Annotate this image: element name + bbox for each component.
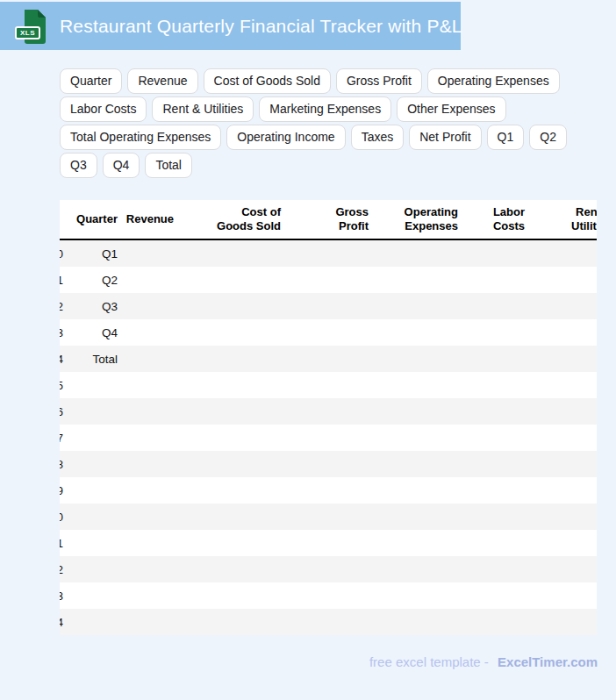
table-row: 9	[60, 477, 597, 504]
row-number: 3	[60, 319, 65, 346]
column-header-labor-costs: LaborCosts	[470, 200, 537, 239]
table-row: 12	[60, 556, 597, 582]
spreadsheet-preview: Quarter Revenue Cost ofGoods Sold GrossP…	[60, 200, 597, 635]
tag-revenue[interactable]: Revenue	[127, 68, 197, 94]
table-row: 14	[60, 609, 597, 635]
column-header-rent-utilities: Rent &Utilities	[537, 200, 597, 239]
row-number: 2	[60, 293, 65, 319]
row-number: 10	[60, 504, 65, 530]
footer-brand-link[interactable]: ExcelTimer.com	[498, 654, 598, 669]
quarter-cell	[65, 504, 125, 530]
row-number: 4	[60, 346, 65, 372]
row-number: 1	[60, 267, 65, 293]
quarter-cell	[65, 477, 125, 504]
tag-cost-of-goods-sold[interactable]: Cost of Goods Sold	[204, 68, 331, 94]
row-number: 9	[60, 477, 65, 504]
tag-q1[interactable]: Q1	[487, 125, 525, 150]
xls-badge: XLS	[15, 26, 40, 39]
quarter-cell: Q1	[65, 239, 125, 267]
footer: free excel template - ExcelTimer.com	[369, 654, 598, 669]
quarter-cell: Q3	[65, 293, 125, 319]
column-header-quarter: Quarter	[65, 200, 125, 239]
footer-label: free excel template -	[369, 654, 489, 669]
tag-total-operating-expenses[interactable]: Total Operating Expenses	[60, 125, 221, 150]
tag-net-profit[interactable]: Net Profit	[409, 125, 481, 150]
quarter-cell: Total	[65, 346, 125, 372]
tag-gross-profit[interactable]: Gross Profit	[336, 68, 422, 94]
quarter-cell	[65, 451, 125, 477]
tag-total[interactable]: Total	[145, 153, 192, 178]
table-row: 10	[60, 504, 597, 530]
table-row: 5	[60, 372, 597, 398]
quarter-cell	[65, 398, 125, 425]
table-row: 1 Q2	[60, 267, 597, 293]
quarter-cell	[65, 582, 125, 609]
title-bar: XLS Restaurant Quarterly Financial Track…	[0, 2, 461, 50]
tag-other-expenses[interactable]: Other Expenses	[397, 96, 505, 122]
row-number: 12	[60, 556, 65, 582]
tag-q3[interactable]: Q3	[60, 153, 97, 178]
quarter-cell	[65, 609, 125, 635]
column-header-operating-expenses: OperatingExpenses	[381, 200, 470, 239]
row-number: 7	[60, 425, 65, 451]
table-row: 11	[60, 530, 597, 556]
quarter-cell	[65, 556, 125, 582]
table-row: 8	[60, 451, 597, 477]
row-number: 13	[60, 582, 65, 609]
row-number: 8	[60, 451, 65, 477]
table-row: 2 Q3	[60, 293, 597, 319]
table-row: 3 Q4	[60, 319, 597, 346]
row-number: 6	[60, 398, 65, 425]
table-row: 13	[60, 582, 597, 609]
quarter-cell: Q2	[65, 267, 125, 293]
tag-q4[interactable]: Q4	[103, 153, 140, 178]
page: XLS Restaurant Quarterly Financial Track…	[0, 0, 616, 700]
tag-operating-income[interactable]: Operating Income	[226, 125, 345, 150]
xls-file-icon: XLS	[21, 8, 47, 45]
tag-taxes[interactable]: Taxes	[351, 125, 405, 150]
table-header-row: Quarter Revenue Cost ofGoods Sold GrossP…	[60, 200, 597, 239]
table-row: 4 Total	[60, 346, 597, 372]
column-header-revenue: Revenue	[125, 200, 181, 239]
financial-table: Quarter Revenue Cost ofGoods Sold GrossP…	[60, 200, 597, 635]
row-number: 14	[60, 609, 65, 635]
quarter-cell	[65, 372, 125, 398]
quarter-cell	[65, 425, 125, 451]
row-number: 11	[60, 530, 65, 556]
tag-rent-utilities[interactable]: Rent & Utilities	[152, 96, 254, 122]
column-header-cost-of-goods-sold: Cost ofGoods Sold	[181, 200, 293, 239]
page-title: Restaurant Quarterly Financial Tracker w…	[60, 16, 462, 37]
quarter-cell: Q4	[65, 319, 125, 346]
table-row: 6	[60, 398, 597, 425]
tag-quarter[interactable]: Quarter	[60, 68, 122, 94]
quarter-cell	[65, 530, 125, 556]
tag-labor-costs[interactable]: Labor Costs	[60, 96, 147, 122]
table-row: 7	[60, 425, 597, 451]
row-number: 5	[60, 372, 65, 398]
table-row: 0 Q1	[60, 239, 597, 267]
tag-operating-expenses[interactable]: Operating Expenses	[427, 68, 560, 94]
tag-list: Quarter Revenue Cost of Goods Sold Gross…	[60, 68, 600, 178]
column-header-gross-profit: GrossProfit	[293, 200, 381, 239]
row-number: 0	[60, 239, 65, 267]
tag-q2[interactable]: Q2	[529, 125, 567, 150]
tag-marketing-expenses[interactable]: Marketing Expenses	[259, 96, 391, 122]
